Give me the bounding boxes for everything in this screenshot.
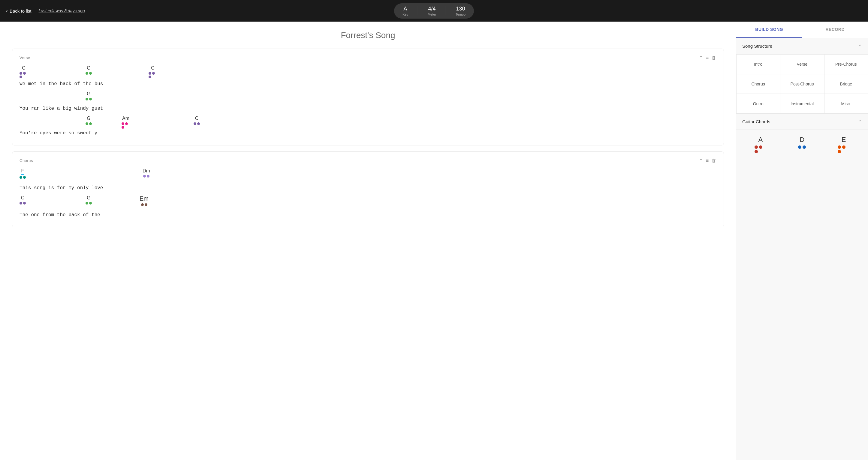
meter-meta: 4/4 Meter xyxy=(428,6,436,16)
chord-C-2[interactable]: C xyxy=(149,65,157,78)
structure-item-pre-chorus[interactable]: Pre-Chorus xyxy=(824,54,868,74)
song-title: Forrest's Song xyxy=(12,31,724,40)
chord-G-1[interactable]: G xyxy=(86,65,92,75)
guitar-chord-A-dots xyxy=(754,145,767,153)
verse-lyric-2: You ran like a big windy gust xyxy=(20,105,716,112)
song-structure-header[interactable]: Song Structure ⌃ xyxy=(736,38,868,54)
guitar-chord-E-name: E xyxy=(842,136,846,144)
chorus-lyric-2: The one from the back of the xyxy=(20,211,716,219)
chord-G-2[interactable]: G xyxy=(86,91,92,100)
last-edit-label: Last edit was 8 days ago xyxy=(39,8,85,13)
structure-item-instrumental[interactable]: Instrumental xyxy=(780,94,824,113)
chorus-reorder-icon[interactable]: ≡ xyxy=(706,158,709,163)
verse-label: Verse xyxy=(20,56,30,60)
chords-grid: A D E xyxy=(736,130,868,159)
verse-line-3: G Am xyxy=(20,116,716,137)
structure-item-bridge[interactable]: Bridge xyxy=(824,74,868,94)
structure-grid: Intro Verse Pre-Chorus Chorus Post-Choru… xyxy=(736,54,868,113)
verse-chords-3: G Am xyxy=(20,116,716,129)
chorus-actions: ⌃ ≡ 🗑 xyxy=(699,158,716,163)
chorus-chords-1: F Dm xyxy=(20,168,716,184)
chord-G-3[interactable]: G xyxy=(86,116,92,125)
guitar-chord-A[interactable]: A xyxy=(754,136,767,153)
guitar-chord-D-name: D xyxy=(800,136,805,144)
chorus-delete-icon[interactable]: 🗑 xyxy=(712,158,716,163)
chorus-lyric-1: This song is for my only love xyxy=(20,185,716,192)
verse-move-up-icon[interactable]: ⌃ xyxy=(699,55,703,61)
chord-C-3[interactable]: C xyxy=(194,116,200,125)
verse-chords-1: C G xyxy=(20,65,716,80)
tempo-value: 130 xyxy=(456,6,465,12)
tempo-meta: 130 Tempo xyxy=(456,6,466,16)
chord-F-1[interactable]: F xyxy=(20,168,26,179)
song-structure-label: Song Structure xyxy=(742,43,772,48)
chorus-line-1: F Dm This song xyxy=(20,168,716,192)
chorus-chords-2: C G xyxy=(20,195,716,211)
chord-Dm-1[interactable]: Dm xyxy=(143,168,150,177)
structure-item-outro[interactable]: Outro xyxy=(736,94,780,113)
structure-item-verse[interactable]: Verse xyxy=(780,54,824,74)
song-structure-section: Song Structure ⌃ Intro Verse Pre-Chorus … xyxy=(736,38,868,113)
song-content: Forrest's Song Verse ⌃ ≡ 🗑 C xyxy=(0,22,736,460)
song-structure-chevron-icon: ⌃ xyxy=(858,44,862,48)
key-meta: A Key xyxy=(402,6,408,16)
chord-C-1[interactable]: C xyxy=(20,65,28,78)
chord-Em-1[interactable]: Em xyxy=(140,195,149,206)
meta-divider-1 xyxy=(418,6,418,15)
meta-divider-2 xyxy=(446,6,446,15)
verse-lyric-1: We met in the back of the bus xyxy=(20,80,716,88)
chorus-section-header: Chorus ⌃ ≡ 🗑 xyxy=(20,158,716,163)
structure-item-post-chorus[interactable]: Post-Chorus xyxy=(780,74,824,94)
main-layout: Forrest's Song Verse ⌃ ≡ 🗑 C xyxy=(0,22,868,460)
verse-line-1: C G xyxy=(20,65,716,88)
guitar-chord-A-name: A xyxy=(758,136,763,144)
structure-item-misc[interactable]: Misc. xyxy=(824,94,868,113)
back-arrow-icon: ‹ xyxy=(6,8,8,14)
meter-label: Meter xyxy=(428,12,436,16)
chorus-move-up-icon[interactable]: ⌃ xyxy=(699,158,703,163)
guitar-chord-D[interactable]: D xyxy=(798,136,806,153)
verse-lyric-3: You're eyes were so sweetly xyxy=(20,130,716,137)
verse-chords-2: G xyxy=(20,91,716,104)
tab-build-song[interactable]: BUILD SONG xyxy=(736,22,802,38)
tempo-label: Tempo xyxy=(456,12,466,16)
guitar-chords-section: Guitar Chords ⌃ A D xyxy=(736,113,868,159)
key-label: Key xyxy=(402,12,408,16)
meter-value: 4/4 xyxy=(428,6,435,12)
guitar-chord-E[interactable]: E xyxy=(838,136,850,153)
chorus-label: Chorus xyxy=(20,158,33,163)
guitar-chords-chevron-icon: ⌃ xyxy=(858,119,862,124)
song-meta: A Key 4/4 Meter 130 Tempo xyxy=(394,3,474,19)
structure-item-chorus[interactable]: Chorus xyxy=(736,74,780,94)
right-panel: BUILD SONG RECORD Song Structure ⌃ Intro… xyxy=(736,22,868,460)
verse-delete-icon[interactable]: 🗑 xyxy=(712,55,716,61)
guitar-chords-header[interactable]: Guitar Chords ⌃ xyxy=(736,113,868,130)
tab-record[interactable]: RECORD xyxy=(802,22,868,38)
back-to-list-button[interactable]: ‹ Back to list xyxy=(6,8,32,14)
verse-reorder-icon[interactable]: ≡ xyxy=(706,55,709,61)
verse-actions: ⌃ ≡ 🗑 xyxy=(699,55,716,61)
verse-section-header: Verse ⌃ ≡ 🗑 xyxy=(20,55,716,61)
verse-section: Verse ⌃ ≡ 🗑 C xyxy=(12,48,724,145)
key-value: A xyxy=(403,6,407,12)
chord-C-chorus-1[interactable]: C xyxy=(20,195,26,204)
guitar-chord-D-dots xyxy=(798,145,806,149)
back-label: Back to list xyxy=(10,8,32,13)
header: ‹ Back to list Last edit was 8 days ago … xyxy=(0,0,868,22)
chord-G-chorus-1[interactable]: G xyxy=(86,195,92,204)
guitar-chord-E-dots xyxy=(838,145,850,153)
verse-line-2: G You ran like a big windy gust xyxy=(20,91,716,112)
panel-tabs: BUILD SONG RECORD xyxy=(736,22,868,38)
chorus-section: Chorus ⌃ ≡ 🗑 F xyxy=(12,152,724,227)
structure-item-intro[interactable]: Intro xyxy=(736,54,780,74)
chord-Am-1[interactable]: Am xyxy=(122,116,130,129)
chorus-line-2: C G xyxy=(20,195,716,219)
guitar-chords-label: Guitar Chords xyxy=(742,119,770,124)
